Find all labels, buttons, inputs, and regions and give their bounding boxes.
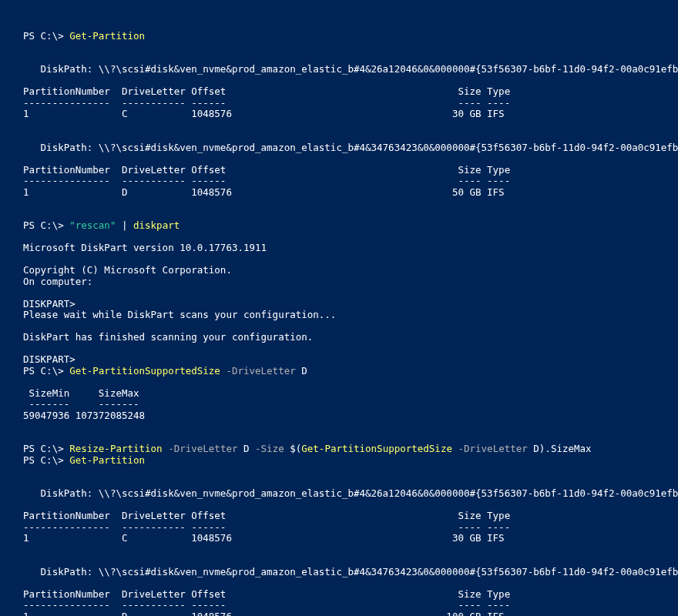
partition-row: 1 D 1048576 100 GB IFS [23,611,505,617]
param-driveletter: -DriveLetter [163,443,243,454]
string-literal: "rescan" [69,219,116,231]
param-size: -Size [250,443,290,454]
cmdlet-resize-partition: Resize-Partition [69,443,162,454]
cmdlet-get-partition: Get-Partition [69,30,145,42]
diskpart-command: diskpart [133,219,180,231]
param-driveletter: -DriveLetter [452,443,533,454]
partition-row: 1 C 1048576 30 GB IFS [23,108,505,119]
ps-prompt: PS C:\> [23,365,69,377]
diskpath-1: DiskPath: \\?\scsi#disk&ven_nvme&prod_am… [23,63,678,75]
diskpart-version: Microsoft DiskPart version 10.0.17763.19… [23,242,267,253]
ps-prompt: PS C:\> [23,30,69,42]
ps-prompt: PS C:\> [23,443,69,454]
param-driveletter: -DriveLetter [220,365,301,377]
diskpath-4: DiskPath: \\?\scsi#disk&ven_nvme&prod_am… [23,566,678,578]
ps-prompt: PS C:\> [23,454,69,466]
partition-row: 1 D 1048576 50 GB IFS [23,186,505,198]
ps-prompt: PS C:\> [23,219,69,231]
partition-header: PartitionNumber DriveLetter Offset Size … [23,85,510,97]
diskpart-prompt: DISKPART> [23,298,76,310]
cmdlet-get-partitionsupportedsize: Get-PartitionSupportedSize [69,365,220,377]
diskpath-2: DiskPath: \\?\scsi#disk&ven_nvme&prod_am… [23,142,678,153]
size-header: SizeMin SizeMax [23,387,139,399]
size-row: 59047936 107372085248 [23,410,145,421]
cmdlet-get-partition: Get-Partition [69,454,145,466]
partition-row: 1 C 1048576 30 GB IFS [23,532,505,544]
diskpart-prompt: DISKPART> [23,353,76,365]
powershell-terminal[interactable]: PS C:\> Get-Partition DiskPath: \\?\scsi… [23,30,678,617]
cmdlet-get-partitionsupportedsize: Get-PartitionSupportedSize [301,443,452,454]
diskpath-3: DiskPath: \\?\scsi#disk&ven_nvme&prod_am… [23,487,678,499]
